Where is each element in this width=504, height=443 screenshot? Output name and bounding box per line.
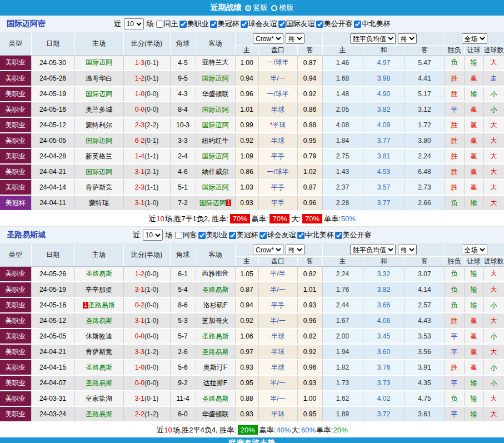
bookmaker-select[interactable]: Crow* (253, 33, 283, 44)
half-score: (0-0) (144, 364, 158, 371)
result-goals-cell: 大 (483, 195, 504, 211)
home-team-cell[interactable]: 国际迈阿 (74, 133, 123, 148)
away-team-cell[interactable]: 国际迈阿 (196, 148, 235, 164)
result-goals-cell: 走 (483, 71, 504, 86)
league-filter-4-checkbox[interactable] (335, 232, 342, 239)
away-team-cell[interactable]: 亚特兰大 (196, 55, 235, 71)
home-team-cell[interactable]: 肯萨斯竞 (74, 344, 123, 360)
league-filter-0[interactable]: 美职业 (178, 19, 209, 29)
league-filter-4-checkbox[interactable] (316, 21, 323, 28)
league-filter-0-checkbox[interactable] (179, 21, 187, 28)
radio-selected-icon[interactable] (245, 5, 251, 11)
odds-time-select[interactable]: 终 (286, 245, 305, 255)
league-filter-4[interactable]: 美公开赛 (334, 230, 372, 240)
away-team-cell[interactable]: 奥斯汀F (196, 360, 235, 375)
league-filter-1[interactable]: 美冠杯 (209, 19, 239, 29)
away-team-cell[interactable]: 国际迈阿1 (196, 195, 235, 211)
league-filter-1[interactable]: 美冠杯 (228, 230, 258, 240)
layout-radio-horizontal[interactable]: 横版 (271, 3, 294, 13)
home-team-cell[interactable]: 新英格兰 (74, 148, 123, 164)
date-cell: 24-05-12 (31, 117, 74, 133)
home-team-cell[interactable]: 圣路易斯 (74, 375, 123, 391)
league-filter-1-checkbox[interactable] (229, 232, 236, 239)
home-team-cell[interactable]: 蒙特利尔 (74, 117, 123, 133)
layout-radio-vertical[interactable]: 竖版 (245, 3, 268, 13)
away-team-cell[interactable]: 西雅图音 (196, 266, 235, 282)
league-filter-3[interactable]: 国际友谊 (277, 19, 315, 29)
league-filter-3-checkbox[interactable] (278, 21, 286, 28)
avg-time-select[interactable]: 终 (398, 33, 417, 44)
league-filter-5[interactable]: 中北美杯 (353, 19, 391, 29)
away-team-cell[interactable]: 纽约红牛 (196, 133, 235, 148)
away-team-cell[interactable]: 圣路易斯 (196, 391, 235, 406)
radio-unselected-icon[interactable] (271, 5, 277, 11)
away-team-name: 华盛顿联 (202, 90, 229, 98)
same-venue-checkbox[interactable] (175, 232, 182, 239)
away-team-cell[interactable]: 国际迈阿 (196, 102, 235, 117)
half-score: (0-0) (144, 90, 158, 98)
away-team-cell[interactable]: 国际迈阿 (196, 117, 235, 133)
league-filter-2-checkbox[interactable] (260, 232, 267, 239)
league-filter-1-checkbox[interactable] (210, 21, 217, 28)
home-team-cell[interactable]: 辛辛那提 (74, 282, 123, 297)
league-filter-3-checkbox[interactable] (297, 232, 305, 239)
team-title[interactable]: 圣路易斯城 (7, 227, 46, 243)
same-venue-checkbox[interactable] (156, 21, 163, 28)
avg-time-select[interactable]: 终 (398, 245, 417, 255)
handicap-value: 半/一 (270, 74, 285, 82)
home-team-cell[interactable]: 温哥华白 (74, 71, 123, 86)
away-team-name: 纳什威尔 (202, 168, 229, 176)
avg-home-cell: 2.00 (322, 328, 363, 344)
away-team-cell[interactable]: 圣路易斯 (196, 282, 235, 297)
league-filter-2[interactable]: 球会友谊 (258, 230, 296, 240)
league-filter-5-checkbox[interactable] (354, 21, 361, 28)
home-team-cell[interactable]: 1圣路易斯 (74, 297, 123, 313)
league-filter-3[interactable]: 中北美杯 (296, 230, 334, 240)
odds-time-select[interactable]: 终 (286, 33, 305, 44)
league-filter-0[interactable]: 美职业 (197, 230, 228, 240)
away-team-cell[interactable]: 纳什威尔 (196, 164, 235, 180)
away-team-cell[interactable]: 华盛顿联 (196, 86, 235, 102)
home-team-cell[interactable]: 圣路易斯 (74, 266, 123, 282)
home-team-cell[interactable]: 国际迈阿 (74, 86, 123, 102)
home-team-cell[interactable]: 皇家盐湖 (74, 391, 123, 406)
home-team-name: 国际迈阿 (86, 58, 112, 66)
away-team-cell[interactable]: 达拉斯F (196, 375, 235, 391)
away-team-cell[interactable]: 芝加哥火 (196, 313, 235, 328)
bookmaker-select[interactable]: Crow* (253, 245, 283, 255)
col-score: 比分(半场) (123, 244, 170, 266)
full-match-select[interactable]: 全场 (462, 245, 487, 255)
league-filter-4[interactable]: 美公开赛 (315, 19, 353, 29)
avg-odds-select[interactable]: 胜平负均值 (350, 33, 396, 44)
away-team-cell[interactable]: 华盛顿联 (196, 406, 235, 422)
corner-cell: 6-1 (170, 266, 196, 282)
away-team-cell[interactable]: 圣路易斯 (196, 328, 235, 344)
home-team-cell[interactable]: 国际迈阿 (74, 55, 123, 71)
summary-part: 20% (238, 425, 258, 435)
home-team-cell[interactable]: 圣路易斯 (74, 313, 123, 328)
avg-odds-select[interactable]: 胜平负均值 (350, 245, 396, 255)
home-team-cell[interactable]: 圣路易斯 (74, 360, 123, 375)
home-team-cell[interactable]: 圣路易斯 (74, 406, 123, 422)
league-filter-2[interactable]: 球会友谊 (239, 19, 277, 29)
away-team-cell[interactable]: 圣路易斯 (196, 344, 235, 360)
team-title[interactable]: 国际迈阿密 (7, 16, 46, 32)
league-filter-0-checkbox[interactable] (198, 232, 206, 239)
away-team-cell[interactable]: 国际迈阿 (196, 71, 235, 86)
away-odds-cell: 1.01 (297, 282, 322, 297)
avg-home-cell: 1.43 (322, 164, 363, 180)
home-team-cell[interactable]: 国际迈阿 (74, 164, 123, 180)
recent-count-select[interactable]: 10 (143, 230, 163, 241)
away-team-cell[interactable]: 洛杉矶F (196, 297, 235, 313)
same-venue[interactable]: 同主 (155, 19, 178, 29)
same-venue[interactable]: 同客 (174, 230, 197, 240)
section-inter-miami: 国际迈阿密 近 10 场 同主美职业美冠杯球会友谊国际友谊美公开赛中北美杯 类型… (0, 16, 504, 226)
home-team-cell[interactable]: 休斯敦迪 (74, 328, 123, 344)
recent-count-select[interactable]: 10 (124, 18, 144, 29)
full-match-select[interactable]: 全场 (462, 33, 487, 44)
league-filter-2-checkbox[interactable] (241, 21, 248, 28)
home-team-cell[interactable]: 蒙特瑞 (74, 195, 123, 211)
away-team-cell[interactable]: 国际迈阿 (196, 180, 235, 195)
home-team-cell[interactable]: 肯萨斯竞 (74, 180, 123, 195)
home-team-cell[interactable]: 奥兰多城 (74, 102, 123, 117)
